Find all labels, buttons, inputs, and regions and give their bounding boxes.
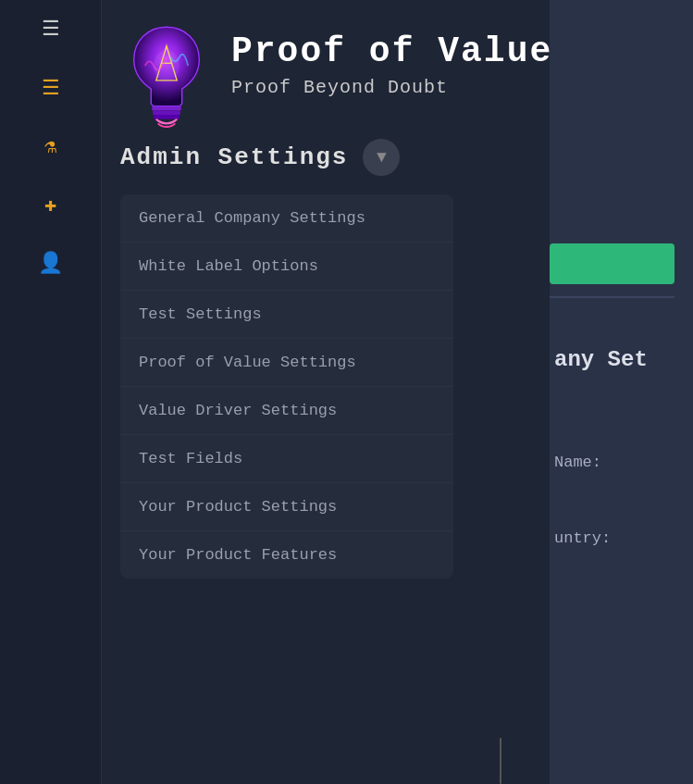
hamburger-menu[interactable]: ☰ [0,11,101,59]
menu-item-proof-of-value[interactable]: Proof of Value Settings [120,339,453,387]
menu-item-test-fields[interactable]: Test Fields [120,435,453,483]
menu-item-your-product-features[interactable]: Your Product Features [120,531,453,579]
app-logo [120,19,213,139]
any-set-heading: any Set [554,347,648,372]
menu-item-label: Value Driver Settings [139,402,337,419]
menu-item-label: Test Settings [139,305,262,323]
country-label: untry: [554,529,611,547]
main-content: Proof of Value Proof Beyond Doubt Admin … [102,0,693,784]
sidebar-item-lab[interactable]: ⚗ [0,118,101,176]
menu-item-value-driver[interactable]: Value Driver Settings [120,387,453,435]
admin-settings-menu: General Company Settings White Label Opt… [120,194,453,579]
hamburger-icon: ☰ [42,20,60,41]
menu-item-test-settings[interactable]: Test Settings [120,291,453,339]
chevron-down-icon: ▼ [377,149,387,166]
admin-settings-title: Admin Settings [120,143,348,171]
dropdown-chevron-button[interactable]: ▼ [363,139,400,176]
menu-item-label: Your Product Settings [139,498,337,516]
menu-item-general-company[interactable]: General Company Settings [120,194,453,243]
sidebar-item-users[interactable]: 👤 [0,234,101,292]
svg-rect-3 [154,115,179,119]
header-text: Proof of Value Proof Beyond Doubt [231,31,552,98]
right-panel-peek: any Set Name: untry: [550,0,693,784]
scroll-indicator [500,738,501,784]
app-title: Proof of Value [231,31,552,71]
sidebar: ☰ ☰ ⚗ ✚ 👤 [0,0,102,784]
menu-item-label: Test Fields [139,450,242,467]
menu-item-label: White Label Options [139,257,318,275]
menu-item-label: General Company Settings [139,209,365,227]
svg-rect-1 [152,106,181,111]
menu-item-label: Proof of Value Settings [139,354,356,371]
menu-item-white-label[interactable]: White Label Options [120,243,453,291]
svg-point-6 [154,50,179,81]
menu-item-your-product[interactable]: Your Product Settings [120,483,453,531]
divider-line [550,296,674,298]
tasks-icon: ☰ [42,76,60,101]
menu-item-label: Your Product Features [139,546,337,564]
app-subtitle: Proof Beyond Doubt [231,77,552,98]
sidebar-item-tools[interactable]: ✚ [0,176,101,234]
logo-container [120,19,213,111]
sidebar-item-tasks[interactable]: ☰ [0,59,101,118]
tools-icon: ✚ [44,193,56,218]
name-label: Name: [554,454,601,471]
svg-rect-2 [153,110,180,115]
users-icon: 👤 [38,251,63,276]
green-button-peek [550,243,674,284]
lab-icon: ⚗ [44,134,56,159]
